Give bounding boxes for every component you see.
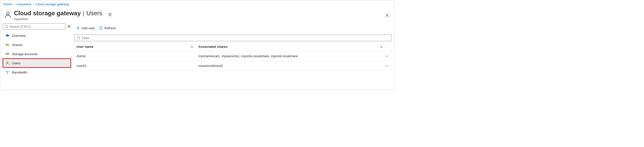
- sidebar-item-storage-accounts[interactable]: Storage accounts: [3, 49, 71, 58]
- add-user-button[interactable]: Add user: [76, 26, 95, 30]
- cell-username[interactable]: Admin: [76, 54, 198, 58]
- sidebar-item-bandwidth[interactable]: Bandwidth: [3, 68, 71, 77]
- sidebar-item-users[interactable]: Users: [3, 58, 71, 68]
- sidebar-item-label: Storage accounts: [12, 52, 38, 56]
- table-row[interactable]: user01 myasesmblocal2 ···: [74, 61, 391, 71]
- svg-point-9: [7, 62, 8, 63]
- users-table: User name Associated shares Admin myshar…: [74, 42, 391, 71]
- sidebar: Overview Shares Storage accounts Users B: [0, 23, 72, 77]
- chevron-right-icon: ›: [14, 2, 15, 6]
- filter-input[interactable]: [74, 35, 391, 41]
- refresh-button[interactable]: Refresh: [99, 26, 116, 30]
- user-icon: [4, 11, 12, 19]
- toolbar: Add user Refresh: [74, 23, 391, 33]
- breadcrumb: Home › myasetest › Cloud storage gateway: [0, 0, 394, 8]
- search-input[interactable]: [3, 23, 65, 30]
- more-icon[interactable]: ···: [384, 54, 389, 58]
- wifi-icon: [5, 70, 9, 74]
- svg-point-10: [7, 73, 8, 74]
- svg-line-14: [79, 39, 80, 40]
- more-icon[interactable]: ···: [384, 64, 389, 68]
- add-user-label: Add user: [82, 26, 95, 30]
- refresh-label: Refresh: [104, 26, 116, 30]
- page-section: Users: [86, 10, 102, 17]
- cloud-icon: [5, 34, 9, 38]
- svg-rect-8: [6, 54, 9, 55]
- table-row[interactable]: Admin mysharelocal1, myasesmb1, mysmb-cl…: [74, 51, 391, 61]
- page-subtitle: myasetest: [14, 17, 385, 21]
- chevron-right-icon: ›: [33, 2, 34, 6]
- svg-rect-7: [6, 53, 9, 54]
- sidebar-item-label: Users: [12, 61, 21, 65]
- main-content: Add user Refresh User name Associated: [72, 23, 394, 77]
- cell-shares: mysharelocal1, myasesmb1, mysmb-cloudsha…: [198, 54, 384, 58]
- sort-icon: [380, 45, 383, 48]
- svg-point-13: [77, 37, 80, 39]
- folder-icon: [5, 43, 9, 47]
- sort-icon: [190, 45, 193, 48]
- cell-shares: myasesmblocal2: [198, 64, 384, 68]
- column-label: Associated shares: [198, 45, 228, 49]
- filter-field[interactable]: [80, 36, 389, 40]
- svg-line-6: [7, 27, 8, 28]
- pin-icon[interactable]: [108, 11, 112, 15]
- close-icon[interactable]: [385, 13, 389, 17]
- sidebar-item-label: Shares: [12, 43, 22, 47]
- search-field[interactable]: [8, 25, 64, 28]
- cell-username[interactable]: user01: [76, 64, 198, 68]
- person-icon: [5, 61, 9, 65]
- collapse-icon[interactable]: [67, 24, 71, 28]
- column-header-shares[interactable]: Associated shares: [198, 45, 384, 49]
- svg-point-5: [5, 25, 7, 27]
- breadcrumb-resource[interactable]: myasetest: [16, 2, 31, 6]
- table-header: User name Associated shares: [74, 42, 391, 51]
- sidebar-item-label: Bandwidth: [12, 70, 27, 74]
- page-header: Cloud storage gateway | Users myasetest: [0, 8, 394, 23]
- breadcrumb-current[interactable]: Cloud storage gateway: [36, 2, 69, 6]
- storage-icon: [5, 52, 9, 56]
- column-label: User name: [76, 45, 93, 49]
- svg-point-0: [6, 12, 9, 15]
- column-header-username[interactable]: User name: [76, 45, 198, 49]
- sidebar-item-shares[interactable]: Shares: [3, 40, 71, 49]
- sidebar-item-overview[interactable]: Overview: [3, 31, 71, 40]
- svg-rect-1: [109, 13, 111, 14]
- sidebar-item-label: Overview: [12, 34, 26, 38]
- page-title: Cloud storage gateway: [14, 10, 81, 17]
- title-separator: |: [83, 10, 84, 17]
- breadcrumb-home[interactable]: Home: [3, 2, 12, 6]
